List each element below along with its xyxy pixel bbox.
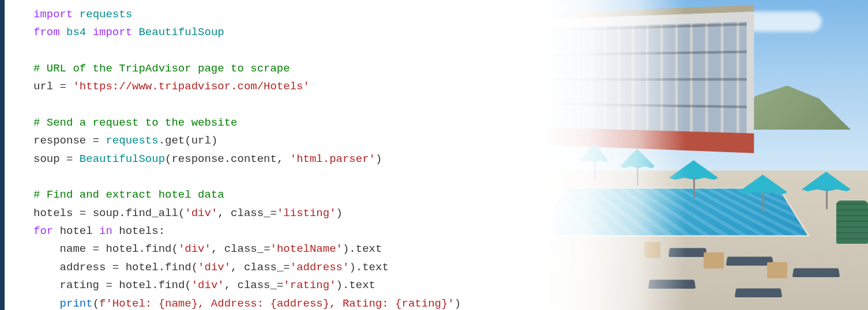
fn-find: find xyxy=(159,279,185,292)
op-assign: = xyxy=(86,243,106,255)
paren-close: ) xyxy=(343,243,349,255)
keyword-import: import xyxy=(93,26,132,39)
dot: . xyxy=(224,153,231,165)
code-line-13: for hotel in hotels: xyxy=(33,222,868,240)
string-hotelname: 'hotelName' xyxy=(270,243,343,255)
dot: . xyxy=(152,279,158,292)
code-line-10 xyxy=(33,168,868,186)
code-line-2: from bs4 import BeautifulSoup xyxy=(33,24,868,41)
dot: . xyxy=(119,207,125,220)
mod-requests: requests xyxy=(106,134,158,147)
module-requests: requests xyxy=(80,8,132,21)
fn-get: get xyxy=(165,134,185,147)
string-div: 'div' xyxy=(198,261,231,274)
code-line-15: address = hotel.find('div', class_='addr… xyxy=(33,259,868,277)
string-address: 'address' xyxy=(290,261,350,274)
dot: . xyxy=(159,261,165,274)
keyword-for: for xyxy=(33,225,53,237)
param-class: class_ xyxy=(224,243,264,255)
keyword-in: in xyxy=(99,225,112,237)
indent xyxy=(33,261,60,274)
paren-open: ( xyxy=(93,297,99,310)
op-assign: = xyxy=(53,80,73,93)
code-line-6 xyxy=(33,96,868,114)
var-name: name xyxy=(60,243,87,255)
param-class: class_ xyxy=(244,261,283,274)
comment-url: # URL of the TripAdvisor page to scrape xyxy=(33,62,290,75)
string-parser: 'html.parser' xyxy=(290,153,375,165)
code-line-3 xyxy=(33,42,868,60)
comma: , xyxy=(217,207,231,220)
fstring-body: 'Hotel: {name}, Address: {address}, Rati… xyxy=(106,297,454,310)
obj-soup: soup xyxy=(93,207,119,220)
var-hotel: hotel xyxy=(60,225,93,237)
string-div: 'div' xyxy=(185,207,217,220)
code-line-12: hotels = soup.find_all('div', class_='li… xyxy=(33,205,868,222)
code-line-7: # Send a request to the website xyxy=(33,114,868,132)
op-eq: = xyxy=(283,261,290,274)
code-line-11: # Find and extract hotel data xyxy=(33,186,868,204)
op-assign: = xyxy=(106,261,125,274)
param-class: class_ xyxy=(238,279,277,292)
code-line-4: # URL of the TripAdvisor page to scrape xyxy=(33,60,868,78)
fn-find: find xyxy=(145,243,172,255)
paren-close: ) xyxy=(375,153,382,165)
dot: . xyxy=(138,243,145,255)
op-eq: = xyxy=(277,279,283,292)
code-snippet: import requests from bs4 import Beautifu… xyxy=(5,0,868,310)
dot: . xyxy=(159,134,165,147)
attr-text: text xyxy=(356,243,382,255)
code-line-5: url = 'https://www.tripadvisor.com/Hotel… xyxy=(33,78,868,96)
code-line-14: name = hotel.find('div', class_='hotelNa… xyxy=(33,240,868,258)
code-line-16: rating = hotel.find('div', class_='ratin… xyxy=(33,277,868,294)
string-div: 'div' xyxy=(178,243,211,255)
var-url: url xyxy=(33,80,53,93)
comma: , xyxy=(224,279,238,292)
obj-hotel: hotel xyxy=(126,261,159,274)
keyword-from: from xyxy=(33,26,60,39)
dot: . xyxy=(356,261,362,274)
attr-text: text xyxy=(362,261,389,274)
attr-text: text xyxy=(349,279,375,292)
code-line-17: print(f'Hotel: {name}, Address: {address… xyxy=(33,295,868,311)
fn-findall: find_all xyxy=(126,207,178,220)
fstring-prefix: f xyxy=(99,297,106,310)
paren-close: ) xyxy=(336,279,343,292)
paren-open: ( xyxy=(178,207,185,220)
colon: : xyxy=(159,225,165,237)
class-bs: BeautifulSoup xyxy=(80,153,165,165)
dot: . xyxy=(343,279,349,292)
comma: , xyxy=(211,243,224,255)
var-hotels: hotels xyxy=(119,225,158,237)
code-line-8: response = requests.get(url) xyxy=(33,132,868,150)
obj-hotel: hotel xyxy=(106,243,138,255)
comment-extract: # Find and extract hotel data xyxy=(33,188,224,201)
string-url: 'https://www.tripadvisor.com/Hotels' xyxy=(73,80,309,93)
op-eq: = xyxy=(264,243,270,255)
code-line-9: soup = BeautifulSoup(response.content, '… xyxy=(33,150,868,168)
paren-open: ( xyxy=(165,153,171,165)
obj-hotel: hotel xyxy=(119,279,152,292)
paren-close: ) xyxy=(349,261,355,274)
module-bs4: bs4 xyxy=(66,26,86,39)
arg-url: url xyxy=(191,134,211,147)
paren-close: ) xyxy=(336,207,343,220)
comma: , xyxy=(277,153,290,165)
var-address: address xyxy=(60,261,106,274)
var-hotels: hotels xyxy=(33,207,73,220)
paren-close: ) xyxy=(211,134,217,147)
main-container: import requests from bs4 import Beautifu… xyxy=(0,0,868,310)
var-rating: rating xyxy=(60,279,99,292)
paren-close: ) xyxy=(454,297,461,310)
param-class: class_ xyxy=(231,207,270,220)
comma: , xyxy=(231,261,244,274)
paren-open: ( xyxy=(171,243,178,255)
paren-open: ( xyxy=(185,279,191,292)
paren-open: ( xyxy=(185,134,191,147)
op-assign: = xyxy=(99,279,119,292)
indent xyxy=(33,279,60,292)
op-eq: = xyxy=(270,207,277,220)
string-div: 'div' xyxy=(191,279,224,292)
indent xyxy=(33,243,60,255)
fn-print: print xyxy=(60,297,93,310)
